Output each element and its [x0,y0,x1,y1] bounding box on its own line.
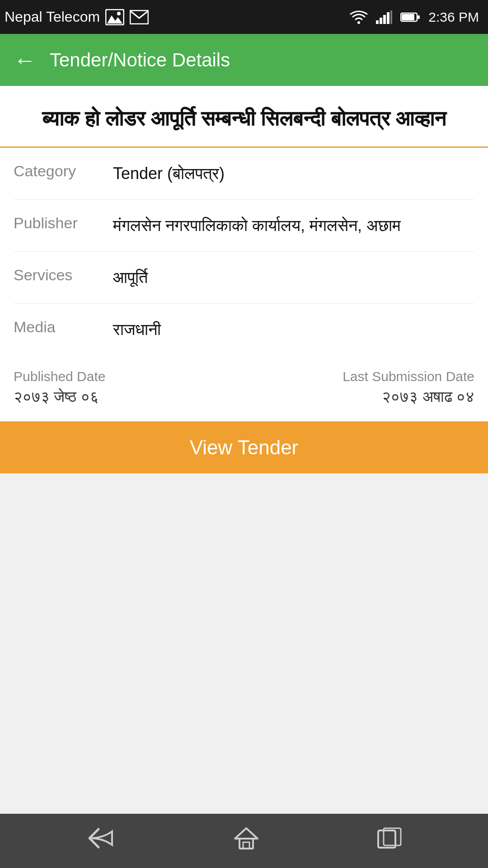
svg-point-2 [117,12,121,15]
svg-rect-9 [390,10,392,24]
svg-rect-8 [387,12,389,24]
nav-home-button[interactable] [233,826,260,856]
media-label: Media [14,317,113,336]
svg-rect-15 [243,842,249,849]
submission-date-value: २०७३ अषाढ ०४ [382,388,474,406]
status-bar-right: 2:36 PM [350,9,479,25]
services-row: Services आपूर्ति [14,252,474,304]
status-bar-left: Nepal Telecom [5,9,149,25]
image-icon [105,9,124,25]
publisher-row: Publisher मंगलसेन नगरपालिकाको कार्यालय, … [14,200,474,252]
tender-title-section: ब्याक हो लोडर आपूर्ति सम्बन्धी सिलबन्दी … [0,86,488,148]
svg-rect-11 [402,14,414,20]
svg-rect-14 [239,839,253,849]
app-bar: ← Tender/Notice Details [0,34,488,86]
services-value: आपूर्ति [113,265,474,290]
bottom-area [0,473,488,810]
submission-date-label: Last Submission Date [343,369,474,384]
dates-section: Published Date २०७३ जेष्ठ ०६ Last Submis… [0,355,488,420]
svg-point-4 [357,21,360,24]
svg-marker-13 [235,828,258,839]
app-bar-title: Tender/Notice Details [50,49,230,71]
nav-bar [0,814,488,868]
publisher-label: Publisher [14,213,113,232]
app-name-label: Nepal Telecom [5,9,100,25]
category-row: Category Tender (बोलपत्र) [14,148,474,200]
details-section: Category Tender (बोलपत्र) Publisher मंगल… [0,148,488,355]
submission-date-block: Last Submission Date २०७३ अषाढ ०४ [343,369,474,406]
svg-rect-6 [380,18,382,24]
svg-marker-1 [107,15,122,24]
signal-bars-icon [376,10,392,24]
nav-back-button[interactable] [85,827,117,855]
category-value: Tender (बोलपत्र) [113,161,474,186]
media-value: राजधानी [113,317,474,342]
services-label: Services [14,265,113,284]
nav-recents-button[interactable] [376,826,403,856]
content-area: ब्याक हो लोडर आपूर्ति सम्बन्धी सिलबन्दी … [0,86,488,473]
svg-rect-12 [418,15,420,19]
status-bar: Nepal Telecom [0,0,488,34]
wifi-icon [350,10,368,24]
published-date-label: Published Date [14,369,105,384]
view-tender-button[interactable]: View Tender [0,421,488,473]
back-button[interactable]: ← [14,47,36,73]
mail-icon [130,10,149,24]
category-label: Category [14,161,113,180]
publisher-value: मंगलसेन नगरपालिकाको कार्यालय, मंगलसेन, अ… [113,213,474,238]
media-row: Media राजधानी [14,304,474,355]
published-date-block: Published Date २०७३ जेष्ठ ०६ [14,369,105,406]
tender-title: ब्याक हो लोडर आपूर्ति सम्बन्धी सिलबन्दी … [14,104,474,133]
published-date-value: २०७३ जेष्ठ ०६ [14,388,105,406]
battery-icon [400,12,420,23]
svg-rect-7 [383,15,386,24]
status-time: 2:36 PM [428,9,479,25]
svg-rect-5 [376,20,379,24]
